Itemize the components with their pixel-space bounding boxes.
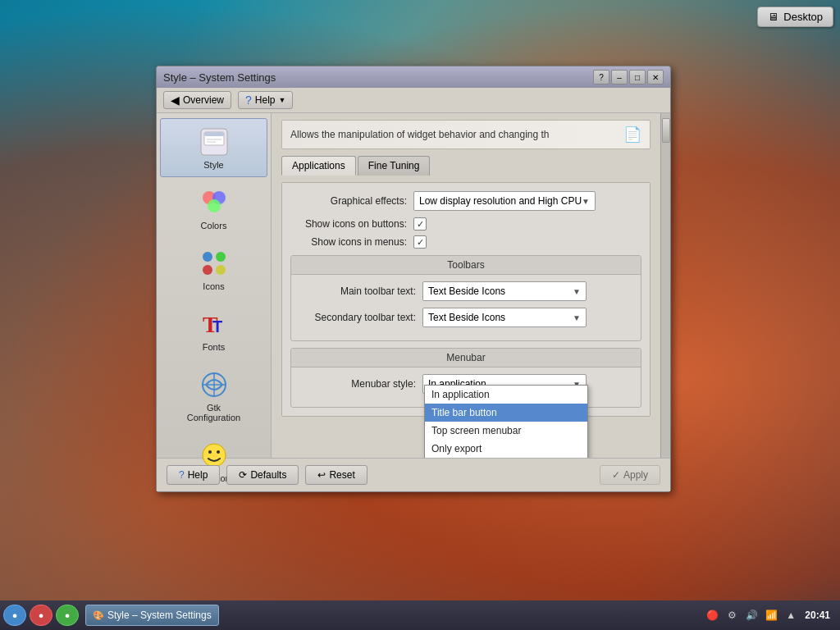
help-ctrl-button[interactable]: ?	[593, 70, 609, 84]
taskbar-app-button[interactable]: 🎨 Style – System Settings	[85, 605, 219, 626]
svg-point-19	[217, 450, 220, 454]
menubar-section: Menubar Menubar style: In application ▼	[290, 348, 641, 408]
start-btn-1[interactable]: ●	[3, 605, 26, 626]
colors-icon	[198, 186, 231, 219]
start-btn-3[interactable]: ●	[56, 605, 79, 626]
apply-label: Apply	[623, 469, 648, 481]
svg-text:T: T	[212, 317, 222, 336]
dialog-toolbar: ◀ Overview ? Help ▼	[157, 88, 670, 113]
graphical-effects-label: Graphical effects:	[290, 195, 413, 207]
taskbar: ● ● ● 🎨 Style – System Settings 🔴 ⚙ 🔊 📶 …	[0, 600, 840, 630]
svg-point-9	[216, 252, 226, 262]
main-toolbar-arrow: ▼	[573, 287, 581, 296]
reset-button[interactable]: ↩ Reset	[305, 465, 367, 485]
style-label: Style	[203, 160, 223, 170]
show-icons-buttons-checkbox[interactable]	[413, 217, 427, 231]
minimize-button[interactable]: –	[611, 70, 628, 84]
svg-point-17	[203, 444, 226, 467]
overview-button[interactable]: ◀ Overview	[163, 91, 231, 109]
svg-point-11	[216, 265, 226, 275]
content-tabs: Applications Fine Tuning	[281, 156, 651, 176]
secondary-toolbar-value: Text Beside Icons	[428, 312, 505, 323]
show-icons-buttons-label: Show icons on buttons:	[290, 218, 413, 230]
show-icons-menus-row: Show icons in menus:	[290, 235, 641, 249]
sidebar-item-style[interactable]: Style	[160, 118, 267, 177]
dialog-titlebar: Style – System Settings ? – □ ✕	[157, 66, 670, 88]
sidebar-item-icons[interactable]: Icons	[160, 240, 267, 299]
colors-label: Colors	[201, 221, 227, 231]
description-bar: Allows the manipulation of widget behavi…	[281, 120, 651, 149]
reset-icon: ↩	[317, 469, 326, 481]
graphical-effects-value: Low display resolution and High CPU	[419, 195, 582, 207]
menubar-title: Menubar	[291, 349, 641, 368]
apply-icon: ✓	[612, 469, 620, 481]
scroll-thumb[interactable]	[662, 118, 670, 143]
scrollbar[interactable]	[660, 113, 670, 458]
taskbar-app-icon: 🎨	[93, 610, 104, 621]
main-toolbar-select[interactable]: Text Beside Icons ▼	[422, 281, 587, 301]
dialog-title: Style – System Settings	[163, 71, 276, 84]
secondary-toolbar-arrow: ▼	[573, 313, 581, 322]
desktop-icon: 🖥	[768, 11, 778, 23]
desktop-button[interactable]: 🖥 Desktop	[757, 7, 833, 27]
defaults-button[interactable]: ⟳ Defaults	[226, 465, 299, 485]
close-button[interactable]: ✕	[647, 70, 664, 84]
desktop-label: Desktop	[783, 11, 823, 23]
dropdown-item-only-export[interactable]: Only export	[425, 440, 587, 458]
help-label: Help	[255, 94, 276, 106]
style-icon	[198, 126, 231, 158]
tab-applications[interactable]: Applications	[281, 156, 356, 176]
svg-point-8	[203, 252, 212, 262]
reset-label: Reset	[329, 469, 354, 481]
apply-button[interactable]: ✓ Apply	[600, 465, 660, 485]
dropdown-item-top-screen-menubar[interactable]: Top screen menubar	[425, 422, 587, 440]
sidebar-item-colors[interactable]: Colors	[160, 179, 267, 238]
tray-icon-3[interactable]: 🔊	[744, 608, 759, 623]
secondary-toolbar-select[interactable]: Text Beside Icons ▼	[422, 308, 587, 327]
graphical-effects-select[interactable]: Low display resolution and High CPU ▼	[413, 191, 596, 211]
show-icons-menus-label: Show icons in menus:	[290, 236, 413, 248]
toolbars-section: Toolbars Main toolbar text: Text Beside …	[290, 255, 641, 341]
start-btn-2[interactable]: ●	[30, 605, 52, 626]
defaults-label: Defaults	[250, 469, 286, 481]
sidebar-item-fonts[interactable]: T T Fonts	[160, 300, 267, 359]
dropdown-item-title-bar-button[interactable]: Title bar button	[425, 404, 587, 422]
tray-icon-4[interactable]: 📶	[764, 608, 778, 623]
svg-point-10	[203, 265, 212, 275]
svg-point-7	[208, 199, 221, 212]
help-bottom-button[interactable]: ? Help	[167, 465, 220, 485]
defaults-icon: ⟳	[239, 469, 247, 481]
main-toolbar-value: Text Beside Icons	[428, 285, 505, 297]
show-icons-menus-checkbox[interactable]	[413, 235, 427, 249]
settings-sidebar: Style Colors	[157, 113, 272, 458]
tray-area: 🔴 ⚙ 🔊 📶 ▲	[705, 608, 798, 623]
overview-label: Overview	[183, 94, 224, 106]
tray-icon-1[interactable]: 🔴	[705, 608, 719, 623]
icons-icon	[198, 247, 231, 280]
taskbar-right: 🔴 ⚙ 🔊 📶 ▲ 20:41	[705, 608, 837, 623]
taskbar-time: 20:41	[805, 609, 830, 621]
graphical-effects-row: Graphical effects: Low display resolutio…	[290, 191, 641, 211]
gtk-icon	[198, 368, 231, 401]
dialog-controls: ? – □ ✕	[593, 70, 664, 84]
taskbar-app-label: Style – System Settings	[107, 609, 212, 621]
main-toolbar-row: Main toolbar text: Text Beside Icons ▼	[299, 281, 632, 301]
description-icon: 📄	[623, 126, 641, 144]
main-toolbar-label: Main toolbar text:	[299, 285, 422, 297]
tab-fine-tuning[interactable]: Fine Tuning	[358, 156, 431, 176]
dropdown-item-in-application[interactable]: In application	[425, 386, 587, 404]
svg-rect-2	[204, 132, 224, 136]
system-settings-dialog: Style – System Settings ? – □ ✕ ◀ Overvi…	[156, 66, 671, 492]
start-area: ● ● ●	[3, 605, 79, 626]
menubar-style-dropdown[interactable]: In application Title bar button Top scre…	[424, 385, 588, 458]
sidebar-item-gtk-configuration[interactable]: Gtk Configuration	[160, 361, 267, 430]
help-toolbar-button[interactable]: ? Help ▼	[238, 91, 293, 109]
fonts-label: Fonts	[203, 342, 226, 352]
show-icons-buttons-row: Show icons on buttons:	[290, 217, 641, 231]
secondary-toolbar-row: Secondary toolbar text: Text Beside Icon…	[299, 308, 632, 327]
applications-settings-panel: Graphical effects: Low display resolutio…	[281, 182, 651, 417]
tray-icon-2[interactable]: ⚙	[724, 608, 739, 623]
maximize-button[interactable]: □	[629, 70, 646, 84]
tray-arrow[interactable]: ▲	[783, 608, 798, 623]
icons-label: Icons	[203, 281, 224, 291]
